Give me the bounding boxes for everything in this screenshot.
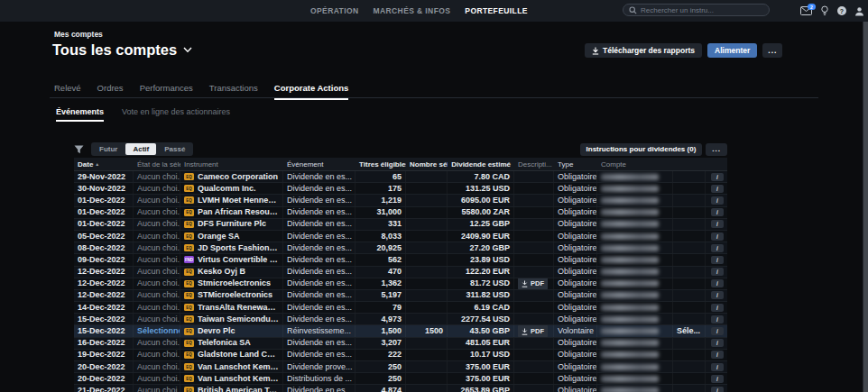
action-cell[interactable] (673, 231, 706, 242)
column-header[interactable]: Dividende estimé (448, 160, 514, 169)
column-header[interactable]: Titres éligibles (356, 160, 406, 169)
column-header[interactable]: Compte (597, 160, 673, 169)
table-row[interactable]: 12-Dec-2022 Aucun choi... EQ Stmicroelec… (74, 278, 727, 290)
feed-button[interactable]: Alimenter (707, 43, 757, 58)
info-button[interactable]: i (711, 327, 724, 335)
mail-icon[interactable]: 2 (800, 6, 812, 15)
period-filter-chip[interactable]: Futur (92, 143, 125, 155)
table-row[interactable]: 01-Dec-2022 Aucun choi... EQ DFS Furnitu… (74, 219, 727, 231)
info-button[interactable]: i (711, 304, 724, 312)
info-button[interactable]: i (711, 375, 724, 383)
info-button[interactable]: i (711, 220, 724, 228)
action-cell[interactable] (673, 219, 706, 230)
search-input[interactable]: Rechercher un instru... (623, 4, 770, 16)
column-header[interactable]: Événement (283, 160, 356, 169)
table-row[interactable]: 12-Dec-2022 Aucun choi... EQ Kesko Oyj B… (74, 267, 727, 278)
info-button[interactable]: i (711, 185, 724, 193)
info-button[interactable]: i (711, 208, 724, 216)
period-filter-chip[interactable]: Actif (125, 143, 156, 155)
action-cell[interactable]: Séle... (673, 325, 706, 336)
tab[interactable]: Ordres (97, 83, 124, 100)
table-row[interactable]: 29-Nov-2022 Aucun choi... EQ Cameco Corp… (74, 171, 727, 183)
pdf-chip[interactable]: PDF (518, 278, 548, 289)
column-header[interactable]: Instrument (180, 160, 283, 169)
action-cell[interactable] (673, 290, 706, 301)
action-cell[interactable] (673, 338, 706, 349)
info-button[interactable]: i (711, 387, 724, 392)
pdf-chip[interactable]: PDF (518, 325, 548, 336)
filter-icon[interactable] (74, 145, 84, 154)
info-button[interactable]: i (711, 315, 724, 324)
action-cell[interactable] (673, 314, 706, 324)
info-button[interactable]: i (711, 291, 724, 299)
action-cell[interactable] (673, 207, 706, 218)
info-button[interactable]: i (711, 256, 724, 264)
header-more-button[interactable]: ... (762, 43, 782, 58)
table-row[interactable]: 01-Dec-2022 Aucun choi... EQ LVMH Moet H… (74, 195, 727, 206)
action-cell[interactable] (673, 302, 706, 313)
tab[interactable]: Corporate Actions (274, 83, 349, 100)
table-row[interactable]: 20-Dec-2022 Aucun choi... EQ Van Lanscho… (74, 373, 727, 385)
info-button[interactable]: i (711, 196, 724, 205)
tab[interactable]: Transactions (209, 83, 258, 100)
sub-tab[interactable]: Événements (56, 107, 104, 122)
scrollbar[interactable] (863, 22, 868, 392)
action-cell[interactable] (673, 195, 706, 205)
column-header[interactable]: État de la séle... (134, 160, 180, 169)
table-row[interactable]: 14-Dec-2022 Aucun choi... EQ TransAlta R… (74, 302, 727, 314)
account-selector[interactable]: Tous les comptes (52, 41, 192, 59)
column-header[interactable]: Date▲ (74, 160, 134, 169)
action-cell[interactable] (673, 361, 706, 372)
description-cell: PDF (514, 385, 554, 392)
type-cell: Obligatoire (554, 219, 597, 230)
nav-item[interactable]: PORTEFEUILLE (465, 6, 528, 15)
info-button[interactable]: i (711, 173, 724, 181)
period-filter-chip[interactable]: Passé (157, 143, 192, 155)
table-row[interactable]: 19-Dec-2022 Aucun choi... EQ Gladstone L… (74, 350, 727, 361)
table-row[interactable]: 05-Dec-2022 Aucun choi... EQ Orange SA D… (74, 231, 727, 242)
action-cell[interactable] (673, 254, 706, 265)
column-header[interactable]: Descripti... (514, 160, 554, 169)
action-cell[interactable] (673, 267, 706, 278)
info-button[interactable]: i (711, 268, 724, 276)
table-row[interactable]: 09-Dec-2022 Aucun choi... FND Virtus Con… (74, 254, 727, 266)
action-cell[interactable] (673, 183, 706, 194)
table-row[interactable]: 08-Dec-2022 Aucun choi... EQ JD Sports F… (74, 242, 727, 254)
table-row[interactable]: 15-Dec-2022 Aucun choi... EQ Taiwan Semi… (74, 314, 727, 325)
action-cell[interactable] (673, 171, 706, 182)
user-icon[interactable] (854, 6, 864, 16)
tab[interactable]: Performances (140, 83, 193, 100)
sub-tab[interactable]: Vote en ligne des actionnaires (122, 107, 230, 122)
action-cell[interactable] (673, 373, 706, 384)
table-row[interactable]: 20-Dec-2022 Aucun choi... EQ Van Lanscho… (74, 361, 727, 373)
table-row[interactable]: 30-Nov-2022 Aucun choi... EQ Qualcomm In… (74, 183, 727, 195)
table-row[interactable]: 15-Dec-2022 Sélectionné EQ Devro Plc Réi… (74, 325, 727, 337)
dividend-instructions-button[interactable]: Instructions pour dividendes (0) (580, 143, 703, 156)
nav-item[interactable]: MARCHÉS & INFOS (374, 6, 451, 15)
column-header[interactable]: Type (554, 160, 597, 169)
info-button[interactable]: i (711, 339, 724, 347)
action-cell[interactable] (673, 242, 706, 253)
info-button[interactable]: i (711, 244, 724, 252)
instrument-type-badge: EQ (184, 221, 194, 228)
account-cell (597, 350, 673, 360)
lightbulb-icon[interactable] (820, 5, 829, 16)
info-button[interactable]: i (711, 363, 724, 371)
action-cell[interactable] (673, 385, 706, 392)
info-button[interactable]: i (711, 232, 724, 241)
table-row[interactable]: 01-Dec-2022 Aucun choi... EQ Pan African… (74, 207, 727, 219)
info-button[interactable]: i (711, 279, 724, 287)
column-header[interactable]: Nombre sélec... (406, 160, 448, 169)
table-row[interactable]: 12-Dec-2022 Aucun choi... EQ STMicroelec… (74, 290, 727, 302)
table-row[interactable]: 16-Dec-2022 Aucun choi... EQ Telefonica … (74, 338, 727, 350)
date-cell: 01-Dec-2022 (74, 219, 134, 230)
action-cell[interactable] (673, 278, 706, 289)
table-row[interactable]: 21-Dec-2022 Aucun choi... EQ British Ame… (74, 385, 727, 392)
info-button[interactable]: i (711, 351, 724, 359)
help-icon[interactable]: ? (837, 6, 846, 15)
toolbar-more-button[interactable]: ... (706, 143, 727, 156)
tab[interactable]: Relevé (54, 83, 81, 100)
nav-item[interactable]: OPÉRATION (310, 6, 359, 15)
action-cell[interactable] (673, 350, 706, 360)
download-reports-button[interactable]: Télécharger des rapports (585, 43, 702, 58)
